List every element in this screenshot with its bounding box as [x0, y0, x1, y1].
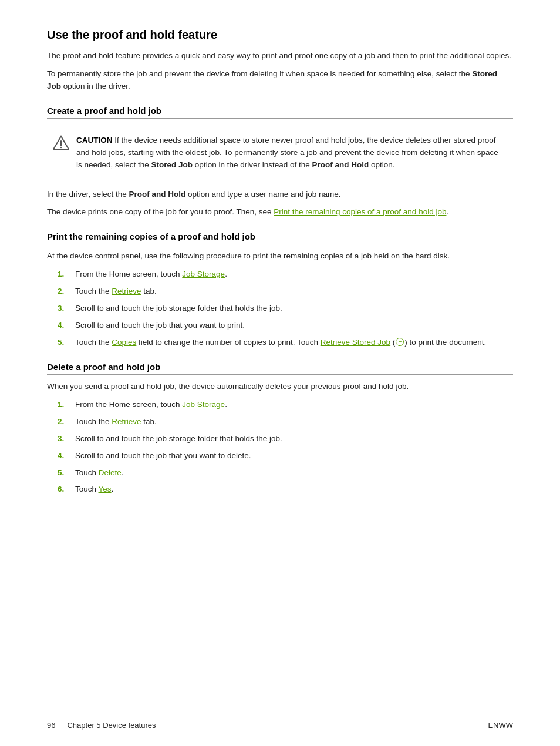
step-content: Touch Yes.: [75, 483, 513, 496]
step-content: Touch the Retrieve tab.: [75, 416, 513, 428]
step-number: 2.: [58, 416, 75, 428]
step-number: 1.: [58, 399, 75, 411]
list-item: 3. Scroll to and touch the job storage f…: [47, 433, 513, 445]
retrieve-tab-link-1[interactable]: Retrieve: [112, 287, 141, 295]
list-item: 3. Scroll to and touch the job storage f…: [47, 303, 513, 315]
footer-right: ENWW: [488, 721, 513, 730]
step-number: 1.: [58, 268, 75, 281]
step-content: Scroll to and touch the job storage fold…: [75, 433, 513, 445]
yes-link[interactable]: Yes: [99, 485, 112, 493]
page-footer: 96 Chapter 5 Device features ENWW: [0, 721, 560, 730]
step-number: 4.: [58, 320, 75, 332]
list-item: 4. Scroll to and touch the job that you …: [47, 320, 513, 332]
section3-heading: Delete a proof and hold job: [47, 362, 513, 375]
list-item: 5. Touch the Copies field to change the …: [47, 337, 513, 349]
svg-point-2: [60, 147, 62, 148]
step-number: 3.: [58, 433, 75, 445]
caution-box: CAUTION If the device needs additional s…: [47, 127, 513, 179]
list-item: 2. Touch the Retrieve tab.: [47, 416, 513, 428]
job-storage-link-2[interactable]: Job Storage: [182, 400, 225, 409]
section2-steps: 1. From the Home screen, touch Job Stora…: [47, 268, 513, 349]
step-number: 4.: [58, 450, 75, 462]
list-item: 6. Touch Yes.: [47, 483, 513, 496]
section2-intro: At the device control panel, use the fol…: [47, 250, 513, 263]
step-content: Scroll to and touch the job that you wan…: [75, 450, 513, 462]
caution-icon: [53, 135, 69, 151]
step-content: From the Home screen, touch Job Storage.: [75, 268, 513, 281]
section1-body1: In the driver, select the Proof and Hold…: [47, 189, 513, 201]
step-content: Touch the Copies field to change the num…: [75, 337, 513, 349]
job-storage-link-1[interactable]: Job Storage: [182, 270, 225, 278]
step-content: From the Home screen, touch Job Storage.: [75, 399, 513, 411]
retrieve-tab-link-2[interactable]: Retrieve: [112, 417, 141, 426]
page-number: 96: [47, 721, 55, 730]
step-number: 6.: [58, 483, 75, 496]
intro-paragraph-1: The proof and hold feature provides a qu…: [47, 50, 513, 62]
section1-heading: Create a proof and hold job: [47, 106, 513, 119]
step-content: Touch the Retrieve tab.: [75, 285, 513, 298]
step-number: 5.: [58, 467, 75, 479]
step-number: 5.: [58, 337, 75, 349]
proof-hold-link[interactable]: Print the remaining copies of a proof an…: [274, 207, 446, 216]
page-title: Use the proof and hold feature: [47, 28, 513, 42]
step-number: 3.: [58, 303, 75, 315]
footer-left: 96 Chapter 5 Device features: [47, 721, 156, 730]
step-content: Scroll to and touch the job storage fold…: [75, 303, 513, 315]
section2-heading: Print the remaining copies of a proof an…: [47, 231, 513, 244]
list-item: 1. From the Home screen, touch Job Stora…: [47, 268, 513, 281]
section3-intro: When you send a proof and hold job, the …: [47, 381, 513, 393]
list-item: 2. Touch the Retrieve tab.: [47, 285, 513, 298]
list-item: 5. Touch Delete.: [47, 467, 513, 479]
list-item: 4. Scroll to and touch the job that you …: [47, 450, 513, 462]
caution-text: If the device needs additional space to …: [76, 136, 498, 169]
delete-link[interactable]: Delete: [99, 468, 122, 477]
retrieve-stored-job-link[interactable]: Retrieve Stored Job: [321, 338, 390, 347]
section3-steps: 1. From the Home screen, touch Job Stora…: [47, 399, 513, 496]
chapter-label: Chapter 5 Device features: [67, 721, 156, 730]
copies-link[interactable]: Copies: [112, 338, 136, 347]
list-item: 1. From the Home screen, touch Job Stora…: [47, 399, 513, 411]
caution-label: CAUTION: [76, 136, 113, 145]
intro-paragraph-2: To permanently store the job and prevent…: [47, 68, 513, 93]
step-number: 2.: [58, 285, 75, 298]
step-content: Scroll to and touch the job that you wan…: [75, 320, 513, 332]
section1-body2: The device prints one copy of the job fo…: [47, 206, 513, 219]
step-content: Touch Delete.: [75, 467, 513, 479]
retrieve-icon: [396, 338, 404, 346]
